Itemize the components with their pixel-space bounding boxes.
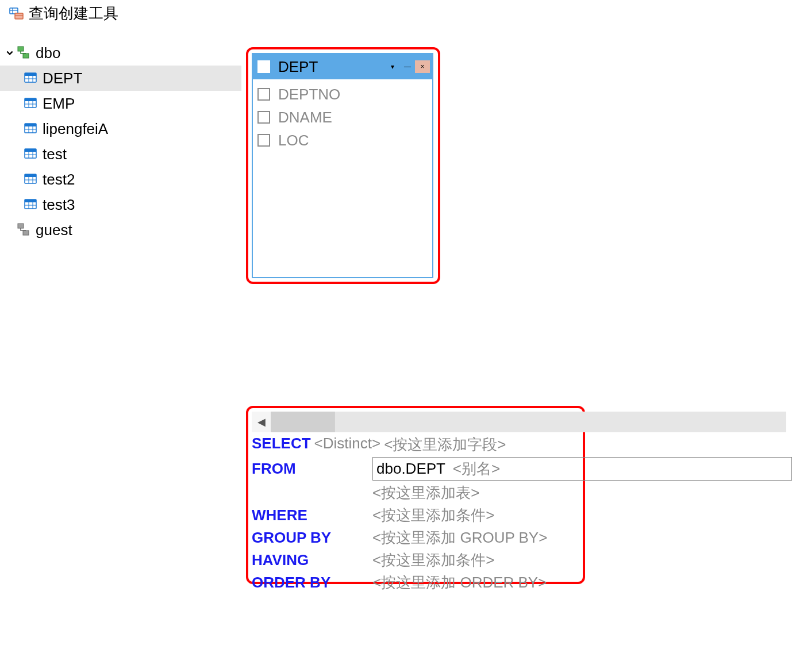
schema-icon bbox=[16, 45, 31, 60]
tree-table-emp[interactable]: EMP bbox=[0, 91, 241, 116]
tree-schema-dbo[interactable]: dbo bbox=[0, 40, 241, 66]
app-root: 查询创建工具 dbo DEPT bbox=[0, 0, 796, 672]
tree-table-test2[interactable]: test2 bbox=[0, 167, 241, 192]
tree-table-test[interactable]: test bbox=[0, 141, 241, 167]
from-table-value: dbo.DEPT bbox=[376, 460, 445, 477]
scroll-left-button[interactable]: ◀ bbox=[252, 412, 271, 432]
column-checkbox[interactable] bbox=[257, 88, 270, 101]
table-icon bbox=[23, 172, 38, 187]
column-checkbox[interactable] bbox=[257, 111, 270, 124]
groupby-hint[interactable]: <按这里添加 GROUP BY> bbox=[372, 528, 792, 548]
groupby-keyword: GROUP BY bbox=[252, 529, 372, 547]
svg-rect-3 bbox=[15, 13, 23, 19]
select-clause-row[interactable]: SELECT <Distinct> <按这里添加字段> bbox=[252, 435, 792, 455]
tree-schema-guest[interactable]: guest bbox=[0, 217, 241, 243]
tree-schema-label: guest bbox=[36, 221, 72, 239]
column-name: DNAME bbox=[278, 109, 332, 126]
column-name: DEPTNO bbox=[278, 86, 340, 103]
add-table-hint[interactable]: <按这里添加表> bbox=[372, 483, 792, 503]
select-keyword: SELECT bbox=[252, 435, 311, 455]
tree-table-dept[interactable]: DEPT bbox=[0, 66, 241, 91]
titlebar: 查询创建工具 bbox=[9, 3, 118, 24]
sql-tab-strip: ◀ bbox=[252, 412, 786, 432]
column-row[interactable]: LOC bbox=[257, 129, 428, 152]
column-name: LOC bbox=[278, 132, 309, 149]
select-all-columns-checkbox[interactable] bbox=[257, 60, 270, 73]
table-columns-header[interactable]: DEPT ▾ — × bbox=[253, 54, 432, 79]
svg-rect-18 bbox=[25, 124, 36, 126]
tree-table-test3[interactable]: test3 bbox=[0, 192, 241, 217]
svg-rect-28 bbox=[25, 174, 36, 177]
query-builder-icon bbox=[9, 6, 24, 21]
close-icon[interactable]: × bbox=[415, 60, 430, 73]
svg-rect-6 bbox=[23, 53, 29, 58]
sql-builder-panel: ◀ SELECT <Distinct> <按这里添加字段> FROM dbo.D… bbox=[252, 412, 786, 593]
add-field-hint[interactable]: <按这里添加字段> bbox=[384, 435, 506, 455]
table-columns-body: DEPTNO DNAME LOC bbox=[253, 79, 432, 277]
tree-table-label: test2 bbox=[43, 171, 75, 189]
table-icon bbox=[23, 147, 38, 162]
where-keyword: WHERE bbox=[252, 506, 372, 524]
chevron-down-icon[interactable] bbox=[5, 48, 15, 58]
column-row[interactable]: DEPTNO bbox=[257, 83, 428, 106]
table-icon bbox=[23, 96, 38, 111]
tree-table-label: test3 bbox=[43, 196, 75, 214]
app-title: 查询创建工具 bbox=[29, 3, 118, 24]
from-keyword: FROM bbox=[252, 460, 372, 478]
from-value-input[interactable]: dbo.DEPT <别名> bbox=[372, 457, 792, 481]
dropdown-icon[interactable]: ▾ bbox=[385, 60, 400, 73]
svg-rect-8 bbox=[25, 73, 36, 76]
column-row[interactable]: DNAME bbox=[257, 106, 428, 129]
tree-table-label: test bbox=[43, 145, 67, 163]
alias-hint[interactable]: <别名> bbox=[453, 460, 500, 477]
having-keyword: HAVING bbox=[252, 551, 372, 569]
orderby-hint[interactable]: <按这里添加 ORDER BY> bbox=[372, 573, 792, 593]
svg-rect-33 bbox=[25, 199, 36, 202]
tree-table-label: lipengfeiA bbox=[43, 120, 108, 138]
svg-rect-23 bbox=[25, 149, 36, 152]
chevron-left-icon: ◀ bbox=[257, 416, 266, 428]
tree-table-label: DEPT bbox=[43, 70, 82, 87]
having-hint[interactable]: <按这里添加条件> bbox=[372, 550, 792, 570]
svg-rect-38 bbox=[23, 231, 29, 235]
table-icon bbox=[23, 197, 38, 212]
svg-rect-37 bbox=[18, 224, 24, 228]
table-icon bbox=[23, 71, 38, 86]
column-checkbox[interactable] bbox=[257, 134, 270, 147]
schema-icon bbox=[16, 222, 31, 237]
distinct-hint[interactable]: <Distinct> bbox=[314, 435, 381, 455]
table-columns-title: DEPT bbox=[278, 58, 385, 76]
sql-clause-grid: SELECT <Distinct> <按这里添加字段> FROM dbo.DEP… bbox=[252, 435, 786, 593]
tree-table-label: EMP bbox=[43, 95, 75, 113]
orderby-keyword: ORDER BY bbox=[252, 574, 372, 592]
table-columns-panel[interactable]: DEPT ▾ — × DEPTNO DNAME LOC bbox=[252, 53, 433, 278]
svg-rect-13 bbox=[25, 98, 36, 101]
sql-tab[interactable] bbox=[271, 412, 334, 432]
where-hint[interactable]: <按这里添加条件> bbox=[372, 505, 792, 525]
chevron-placeholder bbox=[5, 225, 15, 235]
schema-tree: dbo DEPT EMP lipengfeiA test bbox=[0, 40, 241, 243]
minimize-icon[interactable]: — bbox=[400, 60, 415, 73]
svg-rect-5 bbox=[18, 47, 24, 51]
table-icon bbox=[23, 121, 38, 136]
tree-table-lipengfeia[interactable]: lipengfeiA bbox=[0, 116, 241, 141]
tree-schema-label: dbo bbox=[36, 44, 60, 62]
